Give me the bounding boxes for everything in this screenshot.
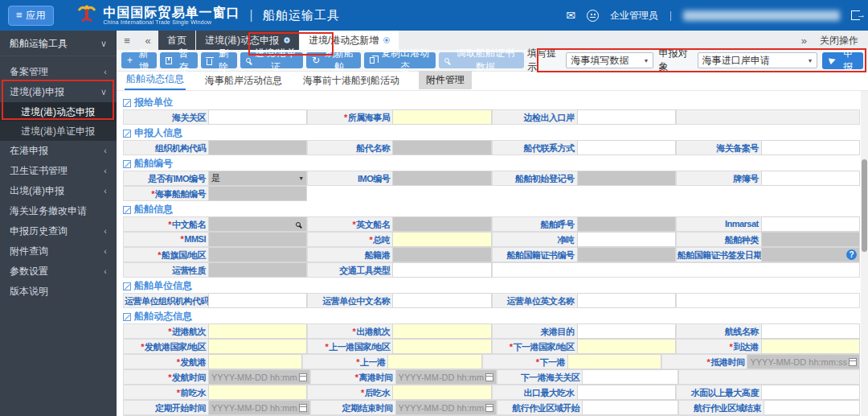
inbound-doc-button[interactable]: 进境/港单证 bbox=[240, 52, 303, 68]
sidebar-subitem-inbound-doc[interactable]: 进境(港)单证申报 bbox=[0, 122, 117, 141]
field-input[interactable]: YYYY-MM-DD hh:mm bbox=[395, 369, 497, 385]
field-input[interactable] bbox=[208, 293, 307, 308]
field-input[interactable]: YYYY-MM-DD hh:mm bbox=[208, 400, 310, 415]
field-input[interactable] bbox=[577, 323, 676, 339]
scrollbar[interactable] bbox=[861, 91, 868, 416]
field-input[interactable] bbox=[208, 140, 307, 155]
subtab-attachments[interactable]: 附件管理 bbox=[419, 71, 472, 89]
calendar-icon[interactable] bbox=[485, 373, 493, 381]
sidebar-item-health-cert[interactable]: 卫生证书管理‹ bbox=[0, 161, 117, 181]
field-input[interactable] bbox=[761, 339, 860, 354]
field-input[interactable] bbox=[582, 400, 678, 415]
field-input[interactable] bbox=[392, 247, 491, 262]
field-input[interactable] bbox=[577, 232, 676, 247]
calendar-icon[interactable] bbox=[849, 358, 857, 366]
field-input[interactable] bbox=[761, 140, 860, 155]
field-input[interactable] bbox=[208, 109, 307, 125]
field-input[interactable] bbox=[582, 369, 678, 385]
sidebar-item-customs-amend[interactable]: 海关业务撤改申请 bbox=[0, 201, 117, 221]
field-input[interactable] bbox=[577, 140, 676, 155]
field-input[interactable] bbox=[392, 339, 491, 354]
scrollbar-thumb[interactable] bbox=[862, 159, 867, 252]
logout-icon[interactable] bbox=[851, 10, 860, 20]
field-input[interactable] bbox=[392, 216, 491, 232]
field-input[interactable]: YYYY-MM-DD hh:mm bbox=[395, 400, 497, 415]
sidebar-item-outbound-declare[interactable]: 出境(港)申报‹ bbox=[0, 181, 117, 201]
scroll-tabs-right-icon[interactable]: » bbox=[801, 35, 807, 47]
field-input[interactable] bbox=[208, 247, 307, 262]
sidebar-subitem-inbound-dynamic[interactable]: 进境(港)动态申报 bbox=[0, 102, 117, 122]
sidebar-item-param-settings[interactable]: 参数设置‹ bbox=[0, 262, 117, 282]
chevron-collapsed-icon: ‹ bbox=[104, 262, 107, 282]
sidebar-item-version-notes[interactable]: 版本说明 bbox=[0, 282, 117, 302]
caret-down-icon: ▼ bbox=[637, 58, 649, 64]
field-input[interactable] bbox=[208, 385, 307, 400]
field-input[interactable]: ? bbox=[761, 247, 860, 262]
field-input[interactable] bbox=[577, 339, 676, 354]
tab-close-icon[interactable] bbox=[383, 37, 390, 43]
help-icon[interactable]: ? bbox=[846, 249, 857, 260]
calendar-icon[interactable] bbox=[299, 404, 307, 412]
field-input[interactable] bbox=[392, 262, 491, 278]
field-input[interactable]: 是▼ bbox=[208, 171, 307, 186]
field-input[interactable] bbox=[208, 323, 307, 339]
sidebar-item-attachment-query[interactable]: 附件查询‹ bbox=[0, 241, 117, 262]
calendar-icon[interactable] bbox=[485, 404, 493, 412]
field-input[interactable] bbox=[392, 171, 491, 186]
subtab-ship-dynamic[interactable]: 船舶动态信息 bbox=[125, 70, 186, 90]
field-input[interactable]: YYYY-MM-DD hh:mm:ss bbox=[747, 354, 860, 369]
subtab-ship-shore[interactable]: 海事船岸活动信息 bbox=[203, 72, 284, 90]
fetch-cert-button[interactable]: 调取船舶证书数据 bbox=[439, 52, 524, 68]
field-input[interactable] bbox=[764, 400, 860, 415]
field-input[interactable] bbox=[208, 354, 302, 369]
service-icon[interactable] bbox=[587, 10, 599, 22]
sidebar-root-module[interactable]: 船舶运输工具 ∨ bbox=[0, 31, 117, 56]
field-input[interactable] bbox=[577, 109, 676, 125]
sidebar-item-record-mgmt[interactable]: 备案管理‹ bbox=[0, 62, 117, 82]
field-input[interactable] bbox=[392, 140, 491, 155]
field-input[interactable] bbox=[387, 354, 481, 369]
field-input[interactable] bbox=[392, 232, 491, 247]
field-input[interactable] bbox=[208, 216, 307, 232]
sidebar-item-in-port-declare[interactable]: 在港申报‹ bbox=[0, 141, 117, 161]
field-input[interactable] bbox=[761, 216, 860, 232]
tab-close-icon[interactable] bbox=[284, 37, 290, 43]
field-input[interactable]: YYYY-MM-DD hh:mm bbox=[208, 369, 310, 385]
calendar-icon[interactable] bbox=[299, 373, 307, 381]
field-input[interactable] bbox=[577, 385, 676, 400]
field-input[interactable] bbox=[208, 232, 307, 247]
search-icon[interactable] bbox=[296, 222, 301, 227]
field-input[interactable] bbox=[392, 293, 491, 308]
tab-menu-icon[interactable]: ≡ bbox=[117, 31, 137, 50]
mail-icon[interactable]: ✉ bbox=[566, 9, 575, 22]
close-operations-button[interactable]: 关闭操作 bbox=[820, 34, 858, 47]
field-input[interactable] bbox=[577, 247, 676, 262]
field-input[interactable] bbox=[577, 216, 676, 232]
copy-outbound-button[interactable]: 复制出港动态 bbox=[364, 52, 436, 68]
field-input[interactable] bbox=[208, 186, 307, 201]
field-input[interactable] bbox=[577, 171, 676, 186]
delete-button[interactable]: 删除 bbox=[201, 52, 237, 68]
field-input[interactable] bbox=[392, 323, 491, 339]
refresh-ship-button[interactable]: ↻刷新船舶 bbox=[306, 52, 361, 68]
field-input[interactable] bbox=[761, 385, 860, 400]
subtab-ship-to-ship[interactable]: 海事前十港船到船活动 bbox=[301, 72, 401, 90]
field-input[interactable] bbox=[761, 323, 860, 339]
apps-button[interactable]: ≡ 应用 bbox=[8, 6, 54, 26]
field-label: 组织机构代码 bbox=[123, 140, 208, 155]
declare-target-select[interactable]: 海事进口岸申请 ▼ bbox=[698, 52, 818, 68]
sidebar-item-history-query[interactable]: 申报历史查询‹ bbox=[0, 221, 117, 241]
field-input[interactable] bbox=[208, 262, 307, 278]
field-input[interactable] bbox=[577, 293, 676, 308]
field-input[interactable] bbox=[761, 232, 860, 247]
field-input[interactable] bbox=[392, 109, 491, 125]
save-draft-button[interactable]: 暂存 bbox=[160, 52, 197, 68]
field-input[interactable] bbox=[761, 171, 860, 186]
sidebar-item-inbound-declare[interactable]: 进境(港)申报∨ bbox=[0, 82, 117, 102]
add-button[interactable]: +新增 bbox=[121, 52, 157, 68]
declare-button[interactable]: 申报 bbox=[822, 52, 863, 69]
fill-hint-select[interactable]: 海事填写数据 ▼ bbox=[566, 52, 653, 68]
field-input[interactable] bbox=[567, 354, 661, 369]
field-input[interactable] bbox=[392, 385, 491, 400]
field-input[interactable] bbox=[208, 339, 307, 354]
